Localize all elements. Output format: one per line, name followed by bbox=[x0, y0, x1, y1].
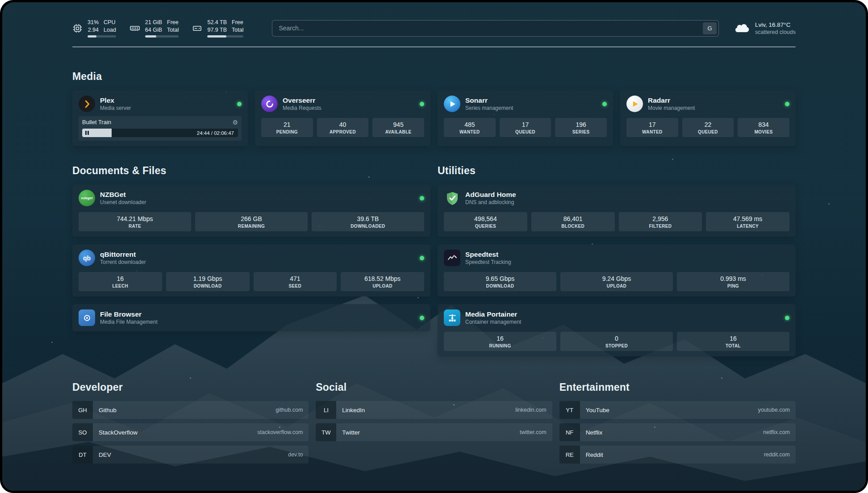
radarr-icon bbox=[626, 96, 643, 112]
disk-free-value: 52.4 TB bbox=[207, 19, 227, 26]
bookmark-twitter[interactable]: TW Twitter twitter.com bbox=[316, 423, 552, 441]
bookmark-domain: github.com bbox=[275, 407, 303, 413]
bookmark-abbr: RE bbox=[559, 446, 580, 464]
overseerr-stat-approved: 40 APPROVED bbox=[317, 118, 369, 137]
portainer-stat-total: 16 TOTAL bbox=[677, 332, 789, 351]
qbittorrent-subtitle: Torrent downloader bbox=[100, 259, 146, 265]
entertainment-heading: Entertainment bbox=[559, 381, 796, 393]
bookmark-name: Twitter bbox=[342, 429, 360, 436]
adguard-stat-filtered: 2,956 FILTERED bbox=[619, 212, 702, 231]
cpu-widget: 31% 2.94 CPU Load bbox=[72, 19, 116, 38]
playback-progress-bar[interactable]: 24:44 / 02:06:47 bbox=[82, 129, 238, 137]
bookmark-domain: twitter.com bbox=[520, 429, 547, 435]
qbittorrent-status-dot bbox=[420, 256, 424, 260]
bookmark-domain: reddit.com bbox=[764, 451, 790, 458]
adguard-card[interactable]: AdGuard Home DNS and adblocking 498,564 … bbox=[438, 184, 796, 237]
overseerr-card[interactable]: Overseerr Media Requests 21 PENDING 40 A… bbox=[255, 90, 430, 146]
nzbget-card[interactable]: nzbget NZBGet Usenet downloader 744.21 M… bbox=[72, 184, 430, 237]
bookmark-linkedin[interactable]: LI LinkedIn linkedin.com bbox=[316, 401, 552, 419]
gear-icon[interactable]: ⚙ bbox=[232, 119, 238, 125]
speedtest-stat-download: 9.65 Gbps DOWNLOAD bbox=[444, 272, 556, 291]
memory-total-label: Total bbox=[167, 26, 179, 33]
sonarr-subtitle: Series management bbox=[465, 105, 513, 111]
adguard-stat-latency: 47.569 ms LATENCY bbox=[706, 212, 789, 231]
bookmark-name: YouTube bbox=[586, 407, 609, 414]
nzbget-title: NZBGet bbox=[100, 191, 146, 199]
portainer-title: Media Portainer bbox=[465, 310, 521, 318]
bookmark-domain: youtube.com bbox=[758, 407, 790, 413]
bookmark-domain: linkedin.com bbox=[515, 407, 546, 413]
sonarr-stat-wanted: 485 WANTED bbox=[444, 118, 496, 137]
adguard-subtitle: DNS and adblocking bbox=[465, 199, 516, 205]
bookmark-domain: dev.to bbox=[288, 451, 303, 458]
section-utilities: Utilities AdGuard Home bbox=[438, 165, 796, 356]
cpu-icon bbox=[72, 23, 83, 33]
radarr-card[interactable]: Radarr Movie management 17 WANTED 22 QUE… bbox=[620, 90, 796, 146]
bookmark-github[interactable]: GH Github github.com bbox=[72, 401, 309, 419]
bookmark-domain: stackoverflow.com bbox=[257, 429, 303, 435]
filebrowser-icon bbox=[79, 309, 95, 326]
social-heading: Social bbox=[316, 381, 552, 393]
sonarr-card[interactable]: Sonarr Series management 485 WANTED 17 Q… bbox=[438, 90, 613, 146]
adguard-stat-queries: 498,564 QUERIES bbox=[444, 212, 527, 231]
bookmark-netflix[interactable]: NF Netflix netflix.com bbox=[559, 423, 796, 441]
cpu-progress-fill bbox=[88, 35, 96, 38]
search-provider-button[interactable]: G bbox=[703, 22, 717, 34]
memory-icon bbox=[129, 23, 140, 33]
plex-card[interactable]: Plex Media server Bullet Train ⚙ bbox=[72, 90, 248, 146]
portainer-card[interactable]: Media Portainer Container management 16 … bbox=[438, 304, 796, 356]
overseerr-stat-available: 945 AVAILABLE bbox=[372, 118, 424, 137]
radarr-subtitle: Movie management bbox=[648, 105, 695, 111]
disk-free-label: Free bbox=[232, 19, 243, 26]
section-media: Media Plex Media server bbox=[72, 71, 796, 146]
plex-icon bbox=[79, 96, 95, 112]
adguard-stat-blocked: 86,401 BLOCKED bbox=[531, 212, 615, 231]
memory-widget: 21 GiB 64 GiB Free Total bbox=[129, 19, 179, 38]
weather-condition: scattered clouds bbox=[755, 29, 796, 35]
sonarr-status-dot bbox=[602, 102, 607, 106]
playback-time: 24:44 / 02:06:47 bbox=[197, 129, 234, 137]
search-bar: G bbox=[272, 20, 719, 37]
overseerr-title: Overseerr bbox=[283, 96, 321, 104]
overseerr-subtitle: Media Requests bbox=[283, 105, 321, 111]
disk-widget: 52.4 TB 97.9 TB Free Total bbox=[192, 19, 243, 38]
bookmark-youtube[interactable]: YT YouTube youtube.com bbox=[559, 401, 796, 419]
radarr-stat-queued: 22 QUEUED bbox=[682, 118, 734, 137]
nzbget-icon: nzbget bbox=[79, 190, 95, 206]
cpu-progress-bar bbox=[88, 35, 116, 38]
speedtest-subtitle: Speedtest Tracking bbox=[465, 259, 511, 265]
section-documents: Documents & Files nzbget NZBGet Usenet d… bbox=[72, 165, 430, 331]
top-bar: 31% 2.94 CPU Load bbox=[72, 16, 796, 40]
speedtest-icon bbox=[444, 250, 460, 266]
search-input[interactable] bbox=[272, 20, 719, 37]
bookmark-name: DEV bbox=[99, 451, 111, 458]
bookmark-abbr: DT bbox=[72, 446, 93, 464]
bookmark-reddit[interactable]: RE Reddit reddit.com bbox=[559, 446, 796, 464]
radarr-status-dot bbox=[785, 102, 789, 106]
radarr-stat-wanted: 17 WANTED bbox=[626, 118, 678, 137]
nzbget-stat-downloaded: 39.6 TB DOWNLOADED bbox=[312, 212, 424, 231]
bookmark-stackoverflow[interactable]: SO StackOverflow stackoverflow.com bbox=[72, 423, 309, 441]
disk-icon bbox=[192, 23, 202, 33]
plex-subtitle: Media server bbox=[100, 105, 131, 111]
cpu-label: CPU bbox=[104, 19, 116, 26]
speedtest-card[interactable]: Speedtest Speedtest Tracking 9.65 Gbps D… bbox=[438, 244, 796, 297]
cpu-stats: 31% 2.94 CPU Load bbox=[88, 19, 116, 38]
radarr-stat-movies: 834 MOVIES bbox=[738, 118, 789, 137]
adguard-title: AdGuard Home bbox=[465, 191, 516, 199]
plex-now-playing: Bullet Train ⚙ 24:44 / 02:06:47 bbox=[79, 116, 242, 141]
sonarr-title: Sonarr bbox=[465, 96, 513, 104]
qbittorrent-card[interactable]: qb qBittorrent Torrent downloader 16 LEE… bbox=[72, 244, 430, 297]
filebrowser-card[interactable]: File Browser Media File Management bbox=[72, 304, 430, 331]
bookmark-name: Reddit bbox=[586, 451, 603, 458]
pause-icon[interactable] bbox=[85, 129, 89, 137]
qbittorrent-stat-upload: 618.52 Mbps UPLOAD bbox=[341, 272, 424, 291]
sonarr-stat-series: 196 SERIES bbox=[555, 118, 607, 137]
bookmark-name: Github bbox=[99, 407, 117, 414]
topbar-divider bbox=[72, 46, 796, 47]
bookmark-abbr: NF bbox=[559, 423, 580, 441]
portainer-subtitle: Container management bbox=[465, 319, 521, 325]
bookmark-dev[interactable]: DT DEV dev.to bbox=[72, 446, 309, 464]
sonarr-stat-queued: 17 QUEUED bbox=[500, 118, 551, 137]
disk-total-label: Total bbox=[232, 26, 243, 33]
